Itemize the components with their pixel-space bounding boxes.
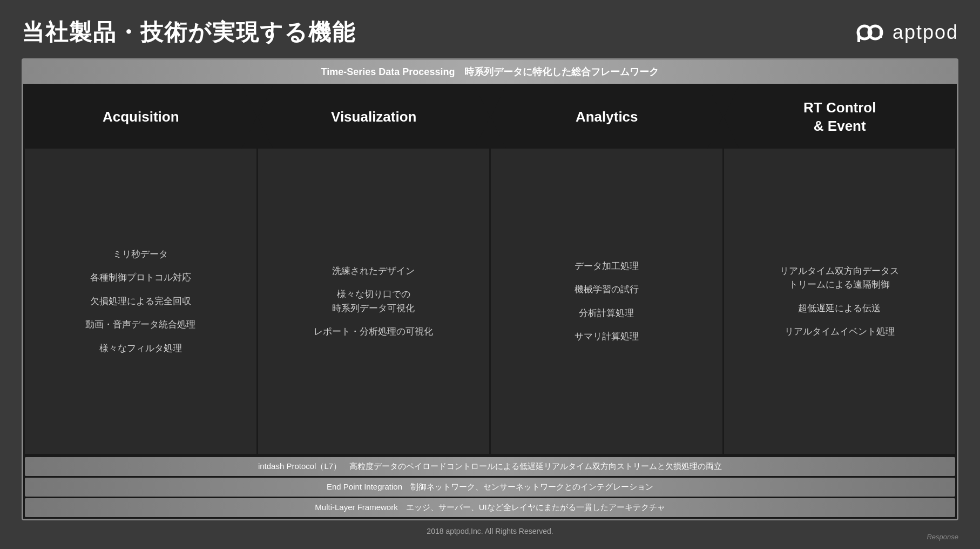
arrow-visualization: Visualization — [258, 85, 490, 149]
rt-item-1: リアルタイム双方向データストリームによる遠隔制御 — [780, 264, 899, 292]
rt-item-2: 超低遅延による伝送 — [798, 302, 881, 316]
top-banner: Time-Series Data Processing 時系列データに特化した総… — [23, 60, 957, 84]
svg-rect-1 — [857, 32, 860, 42]
top-banner-text: Time-Series Data Processing 時系列データに特化した総… — [321, 66, 659, 77]
content-cell-rt-control: リアルタイム双方向データストリームによる遠隔制御 超低遅延による伝送 リアルタイ… — [724, 149, 956, 454]
logo-text: aptpod — [893, 21, 958, 44]
arrow-label-acquisition: Acquisition — [103, 108, 179, 126]
content-row: ミリ秒データ 各種制御プロトコル対応 欠損処理による完全回収 動画・音声データ統… — [23, 149, 957, 456]
bottom-banner-1: intdash Protocol（L7） 高粒度データのペイロードコントロールに… — [25, 457, 955, 476]
inner-frame: Acquisition Visualization Analytics RT C… — [23, 84, 957, 519]
footer: 2018 aptpod,Inc. All Rights Reserved. — [22, 520, 958, 538]
acquisition-item-1: ミリ秒データ — [113, 247, 168, 262]
response-label: Response — [927, 533, 958, 541]
acquisition-item-3: 欠損処理による完全回収 — [90, 294, 191, 309]
arrow-acquisition: Acquisition — [25, 85, 257, 149]
arrow-label-rt-control: RT Control& Event — [803, 99, 876, 136]
acquisition-item-5: 様々なフィルタ処理 — [99, 342, 182, 356]
svg-rect-3 — [880, 28, 882, 38]
arrow-rt-control: RT Control& Event — [724, 85, 956, 149]
aptpod-logo-icon — [854, 16, 886, 49]
analytics-item-4: サマリ計算処理 — [575, 330, 639, 344]
bottom-banner-text-2: End Point Integration 制御ネットワーク、センサーネットワー… — [327, 482, 653, 491]
acquisition-item-2: 各種制御プロトコル対応 — [90, 271, 191, 285]
bottom-banner-text-3: Multi-Layer Framework エッジ、サーバー、UIなど全レイヤに… — [315, 503, 665, 512]
content-cell-visualization: 洗練されたデザイン 様々な切り口での時系列データ可視化 レポート・分析処理の可視… — [258, 149, 490, 454]
analytics-item-2: 機械学習の試行 — [575, 283, 639, 297]
slide: 当社製品・技術が実現する機能 aptpod Time-Series Data P… — [0, 0, 980, 549]
arrow-analytics: Analytics — [491, 85, 723, 149]
header: 当社製品・技術が実現する機能 aptpod — [22, 16, 958, 49]
analytics-item-1: データ加工処理 — [575, 259, 639, 273]
content-cell-analytics: データ加工処理 機械学習の試行 分析計算処理 サマリ計算処理 — [491, 149, 722, 454]
arrows-row: Acquisition Visualization Analytics RT C… — [23, 84, 957, 149]
arrow-label-analytics: Analytics — [576, 108, 638, 126]
response-logo: Response — [927, 533, 958, 541]
footer-text: 2018 aptpod,Inc. All Rights Reserved. — [427, 527, 553, 535]
logo-area: aptpod — [854, 16, 958, 49]
page-title: 当社製品・技術が実現する機能 — [22, 17, 356, 48]
visualization-item-3: レポート・分析処理の可視化 — [314, 325, 433, 339]
bottom-banners: intdash Protocol（L7） 高粒度データのペイロードコントロールに… — [23, 457, 957, 519]
bottom-banner-2: End Point Integration 制御ネットワーク、センサーネットワー… — [25, 478, 955, 497]
bottom-banner-3: Multi-Layer Framework エッジ、サーバー、UIなど全レイヤに… — [25, 498, 955, 517]
outer-frame: Time-Series Data Processing 時系列データに特化した総… — [22, 58, 958, 520]
content-cell-acquisition: ミリ秒データ 各種制御プロトコル対応 欠損処理による完全回収 動画・音声データ統… — [25, 149, 256, 454]
analytics-item-3: 分析計算処理 — [579, 306, 634, 320]
acquisition-item-4: 動画・音声データ統合処理 — [85, 318, 195, 332]
arrow-label-visualization: Visualization — [331, 108, 416, 126]
bottom-banner-text-1: intdash Protocol（L7） 高粒度データのペイロードコントロールに… — [258, 461, 722, 471]
visualization-item-2: 様々な切り口での時系列データ可視化 — [332, 287, 415, 315]
rt-item-3: リアルタイムイベント処理 — [785, 325, 895, 339]
visualization-item-1: 洗練されたデザイン — [332, 264, 415, 278]
